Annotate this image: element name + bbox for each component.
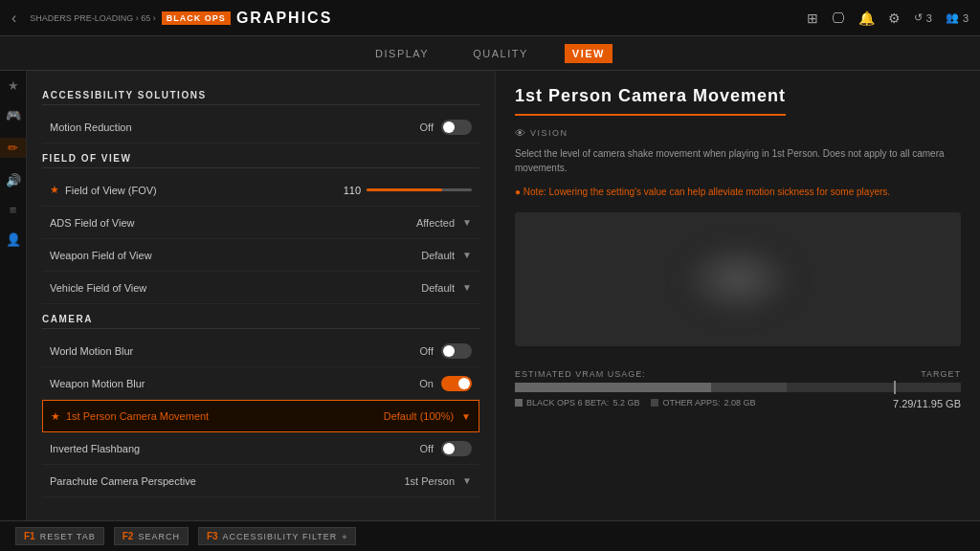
top-bar: ‹ SHADERS PRE-LOADING › 65 › BLACK OPS G… xyxy=(0,0,980,36)
weapon-motion-blur-value: On xyxy=(419,376,472,391)
reset-tab-icon: F1 xyxy=(24,531,35,541)
accessibility-filter-extra: ● xyxy=(342,532,346,541)
reset-tab-label: RESET TAB xyxy=(40,532,96,541)
sidebar-icon-audio[interactable]: 🔊 xyxy=(6,173,21,187)
parachute-camera-label: Parachute Camera Perspective xyxy=(50,475,196,487)
sidebar-icon-edit[interactable]: ✏ xyxy=(0,138,26,158)
weapon-motion-blur-label: Weapon Motion Blur xyxy=(50,378,145,389)
legend-other-label: OTHER APPS: xyxy=(662,398,720,408)
settings-icon[interactable]: ⚙ xyxy=(888,11,901,26)
accessibility-filter-label: ACCESSIBILITY FILTER xyxy=(223,532,338,541)
weapon-fov-value: Default ▼ xyxy=(421,250,472,261)
fov-slider-container[interactable]: 110 xyxy=(334,185,472,196)
vehicle-fov-label: Vehicle Field of View xyxy=(50,282,146,294)
setting-inverted-flashbang[interactable]: Inverted Flashbang Off xyxy=(42,432,479,465)
sidebar-icon-controller[interactable]: 🎮 xyxy=(6,108,21,122)
sidebar-icon-star[interactable]: ★ xyxy=(8,78,19,93)
setting-weapon-fov[interactable]: Weapon Field of View Default ▼ xyxy=(42,239,479,272)
ads-fov-label: ADS Field of View xyxy=(50,217,134,229)
section-accessibility: ACCESSIBILITY SOLUTIONS xyxy=(42,90,479,105)
setting-world-motion-blur[interactable]: World Motion Blur Off xyxy=(42,335,479,367)
accessibility-filter-icon: F3 xyxy=(207,531,218,541)
toggle-thumb xyxy=(443,121,455,133)
setting-parachute-camera[interactable]: Parachute Camera Perspective 1st Person … xyxy=(42,465,479,497)
weapon-fov-label: Weapon Field of View xyxy=(50,250,152,261)
ads-fov-dropdown-icon: ▼ xyxy=(462,217,472,228)
detail-note: ● Note: Lowering the setting's value can… xyxy=(515,185,961,199)
tab-quality[interactable]: QUALITY xyxy=(465,44,536,63)
search-label: SEARCH xyxy=(138,532,180,541)
search-button[interactable]: F2 SEARCH xyxy=(114,527,189,545)
camera-dropdown-icon: ▼ xyxy=(461,411,471,422)
logo-title: GRAPHICS xyxy=(236,10,332,27)
search-icon: F2 xyxy=(122,531,134,541)
legend-bo6: BLACK OPS 6 BETA: 5.2 GB xyxy=(515,398,639,408)
vram-label: ESTIMATED VRAM USAGE: xyxy=(515,369,646,379)
camera-star-icon: ★ xyxy=(51,410,60,423)
preview-area xyxy=(515,212,961,346)
settings-panel: ACCESSIBILITY SOLUTIONS Motion Reduction… xyxy=(27,71,496,520)
motion-reduction-toggle[interactable] xyxy=(441,120,472,135)
motion-reduction-value: Off xyxy=(420,120,472,135)
grid-icon[interactable]: ⊞ xyxy=(807,11,818,26)
inverted-flashbang-toggle[interactable] xyxy=(441,441,472,456)
vram-section: ESTIMATED VRAM USAGE: TARGET BLACK OPS 6… xyxy=(515,360,961,409)
setting-weapon-motion-blur[interactable]: Weapon Motion Blur On xyxy=(42,367,479,400)
monitor-icon[interactable]: 🖵 xyxy=(832,11,845,26)
legend-other: OTHER APPS: 2.08 GB xyxy=(651,398,755,408)
setting-vehicle-fov[interactable]: Vehicle Field of View Default ▼ xyxy=(42,272,479,304)
setting-1st-person-camera[interactable]: ★ 1st Person Camera Movement Default (10… xyxy=(42,400,479,432)
fov-slider-track[interactable] xyxy=(367,188,472,191)
vram-usage-number: 7.29/11.95 GB xyxy=(893,398,961,409)
weapon-fov-dropdown-icon: ▼ xyxy=(462,250,472,260)
preview-blur xyxy=(680,241,795,318)
accessibility-filter-button[interactable]: F3 ACCESSIBILITY FILTER ● xyxy=(198,527,356,545)
setting-motion-reduction[interactable]: Motion Reduction Off xyxy=(42,111,479,143)
legend-other-value: 2.08 GB xyxy=(724,398,755,408)
toggle-thumb xyxy=(458,378,470,389)
detail-note-text: Note: Lowering the setting's value can h… xyxy=(523,187,890,197)
toggle-thumb xyxy=(443,443,455,454)
reset-tab-button[interactable]: F1 RESET TAB xyxy=(15,527,104,545)
setting-ads-fov[interactable]: ADS Field of View Affected ▼ xyxy=(42,207,479,239)
sidebar-icon-list[interactable]: ≡ xyxy=(10,203,17,217)
bottom-bar: F1 RESET TAB F2 SEARCH F3 ACCESSIBILITY … xyxy=(0,520,980,551)
top-bar-left: ‹ SHADERS PRE-LOADING › 65 › BLACK OPS G… xyxy=(11,10,332,27)
fov-label: ★ Field of View (FOV) xyxy=(50,184,157,196)
shaders-text: SHADERS PRE-LOADING › 65 › xyxy=(30,13,156,23)
fov-value: 110 xyxy=(334,185,472,196)
world-motion-blur-value: Off xyxy=(420,343,472,359)
tab-display[interactable]: DISPLAY xyxy=(368,44,436,63)
vram-bar-other xyxy=(711,383,787,392)
vram-bar-container xyxy=(515,383,961,392)
vehicle-fov-dropdown-icon: ▼ xyxy=(462,282,472,293)
legend-other-dot xyxy=(651,399,658,407)
setting-fov[interactable]: ★ Field of View (FOV) 110 xyxy=(42,174,479,207)
motion-reduction-label: Motion Reduction xyxy=(50,121,132,133)
1st-person-camera-value: Default (100%) ▼ xyxy=(384,410,471,422)
back-button[interactable]: ‹ xyxy=(11,10,16,27)
top-bar-right: ⊞ 🖵 🔔 ⚙ ↺ 3 👥 3 xyxy=(807,11,969,26)
refresh-badge[interactable]: ↺ 3 xyxy=(914,11,932,24)
vram-target-line xyxy=(894,381,896,394)
vehicle-fov-value: Default ▼ xyxy=(421,282,472,294)
detail-title: 1st Person Camera Movement xyxy=(515,86,961,127)
logo-area: SHADERS PRE-LOADING › 65 › BLACK OPS GRA… xyxy=(26,10,332,27)
fov-star-icon: ★ xyxy=(50,184,59,196)
vram-header: ESTIMATED VRAM USAGE: TARGET xyxy=(515,369,961,379)
main-content: ★ 🎮 ✏ 🔊 ≡ 👤 ACCESSIBILITY SOLUTIONS Moti… xyxy=(0,71,980,520)
legend-bo6-label: BLACK OPS 6 BETA: xyxy=(526,398,609,408)
detail-title-text: 1st Person Camera Movement xyxy=(515,86,786,116)
sidebar-icon-user[interactable]: 👤 xyxy=(6,232,21,247)
ads-fov-value: Affected ▼ xyxy=(416,217,472,229)
vram-bar-bo6 xyxy=(515,383,711,392)
refresh-count: 3 xyxy=(926,12,932,24)
bell-icon[interactable]: 🔔 xyxy=(858,11,875,26)
world-motion-blur-toggle[interactable] xyxy=(441,343,472,359)
fov-slider-fill xyxy=(367,188,442,191)
tab-view[interactable]: VIEW xyxy=(565,44,612,63)
inverted-flashbang-label: Inverted Flashbang xyxy=(50,443,140,454)
users-badge[interactable]: 👥 3 xyxy=(946,11,969,24)
detail-tag-label: VISION xyxy=(530,128,568,138)
weapon-motion-blur-toggle[interactable] xyxy=(441,376,472,391)
